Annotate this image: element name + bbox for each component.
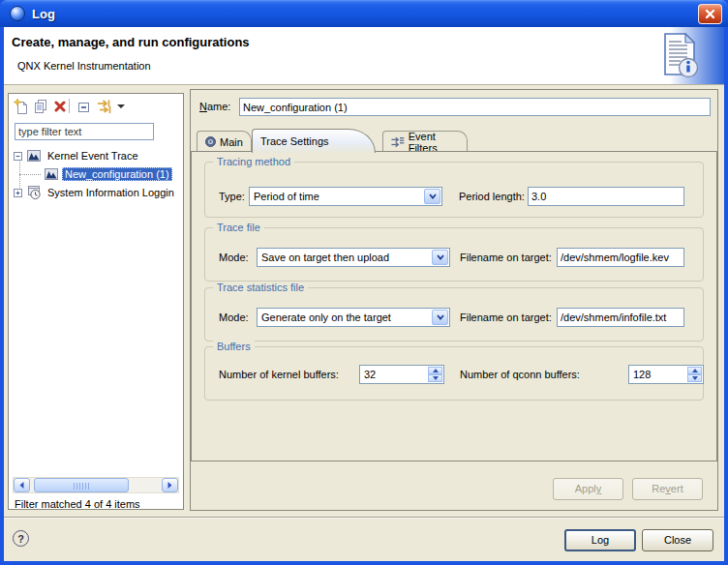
buffers-group: Buffers Number of kernel buffers: Number… <box>204 346 704 401</box>
tree-item-new-configuration[interactable]: New_configuration (1) <box>44 165 172 183</box>
close-window-button[interactable] <box>698 4 722 24</box>
event-filter-arrows-icon <box>391 135 405 148</box>
kernel-trace-icon <box>44 166 59 182</box>
app-orb-icon <box>10 6 25 21</box>
titlebar[interactable]: Log <box>0 0 728 27</box>
configuration-form-panel: Name: Main Trace Settings <box>190 89 718 511</box>
new-config-icon <box>14 99 29 114</box>
combo-dropdown-button[interactable] <box>432 310 448 325</box>
apply-button[interactable]: Apply <box>553 478 623 500</box>
spin-down-button[interactable] <box>687 374 702 382</box>
window-title: Log <box>32 7 55 21</box>
kernel-buffers-spinner[interactable] <box>359 365 444 384</box>
tree-horizontal-scrollbar[interactable] <box>13 477 179 493</box>
new-config-button[interactable] <box>13 98 30 115</box>
filter-configs-button[interactable] <box>96 98 113 115</box>
tab-main[interactable]: Main <box>197 131 252 152</box>
arrow-up-icon <box>692 369 698 372</box>
tree-item-system-information-logging[interactable]: System Information Loggin <box>14 184 177 201</box>
stats-mode-combo[interactable]: Generate only on the target <box>257 308 450 327</box>
qconn-buffers-label: Number of qconn buffers: <box>460 365 580 384</box>
tracing-method-group: Tracing method Type: Period of time Peri… <box>204 162 704 218</box>
spin-up-button[interactable] <box>687 367 702 374</box>
scroll-right-icon <box>167 481 173 490</box>
help-button[interactable]: ? <box>13 530 29 547</box>
tab-main-label: Main <box>220 136 243 148</box>
group-title: Trace file <box>213 222 264 234</box>
combo-dropdown-button[interactable] <box>432 250 448 265</box>
collapse-all-button[interactable] <box>75 98 92 115</box>
filter-dropdown-button[interactable] <box>115 98 127 115</box>
stats-filename-input[interactable] <box>557 308 684 327</box>
scroll-left-button[interactable] <box>14 478 30 492</box>
log-button[interactable]: Log <box>564 529 636 551</box>
spinner-buttons <box>428 367 442 382</box>
tree-item-label: System Information Loggin <box>45 186 177 199</box>
kernel-buffers-input[interactable] <box>360 366 427 383</box>
tracing-type-combo[interactable]: Period of time <box>249 187 442 206</box>
chevron-down-icon <box>437 254 444 260</box>
tab-folder: Main Trace Settings Event Filters <box>197 127 713 152</box>
expand-expander-icon[interactable] <box>14 189 22 197</box>
trace-statistics-group: Trace statistics file Mode: Generate onl… <box>204 287 704 342</box>
scroll-right-button[interactable] <box>162 478 178 492</box>
scrollbar-thumb[interactable] <box>34 478 129 492</box>
system-info-clock-icon <box>26 185 42 200</box>
revert-button[interactable]: Revert <box>632 478 703 500</box>
type-filter-input[interactable] <box>15 123 154 140</box>
delete-config-icon <box>53 100 67 113</box>
footer-separator <box>4 517 724 519</box>
tracing-type-value: Period of time <box>250 188 441 205</box>
close-dialog-button[interactable]: Close <box>642 529 713 551</box>
chevron-down-icon <box>429 193 437 199</box>
log-dialog: Log Create, manage, and run configuratio… <box>0 0 728 565</box>
name-label: Name: <box>199 101 230 112</box>
qconn-buffers-spinner[interactable] <box>628 365 704 384</box>
group-title: Trace statistics file <box>213 282 308 294</box>
arrow-up-icon <box>433 369 439 372</box>
group-title: Tracing method <box>213 156 294 168</box>
qconn-buffers-input[interactable] <box>629 366 686 383</box>
tab-trace-settings[interactable]: Trace Settings <box>252 129 376 153</box>
configurations-panel: Kernel Event Trace New_configuration (1) <box>8 93 184 510</box>
spinner-buttons <box>687 367 702 382</box>
trace-file-group: Trace file Mode: Save on target then upl… <box>204 227 704 282</box>
trace-file-mode-combo[interactable]: Save on target then upload <box>257 248 450 267</box>
toolbar-separator <box>69 99 70 113</box>
tree-item-label-selected: New_configuration (1) <box>62 167 172 181</box>
filter-configs-icon <box>97 99 113 114</box>
duplicate-config-button[interactable] <box>32 98 49 115</box>
trace-file-mode-value: Save on target then upload <box>258 249 449 266</box>
combo-dropdown-button[interactable] <box>424 189 440 204</box>
tree-item-label: Kernel Event Trace <box>45 149 141 163</box>
kernel-trace-icon <box>26 148 42 164</box>
period-length-input[interactable] <box>528 187 684 206</box>
kernel-buffers-label: Number of kernel buffers: <box>219 365 339 384</box>
spin-down-button[interactable] <box>428 374 442 382</box>
scroll-left-icon <box>18 481 25 490</box>
tree-connector <box>19 174 41 175</box>
spin-up-button[interactable] <box>428 367 442 374</box>
help-question-icon: ? <box>17 533 24 545</box>
filename-on-target-label: Filename on target: <box>460 308 552 327</box>
arrow-down-icon <box>692 376 698 380</box>
tree-item-kernel-event-trace[interactable]: Kernel Event Trace <box>14 147 141 164</box>
period-length-label: Period length: <box>459 187 525 206</box>
trace-filename-input[interactable] <box>557 248 684 267</box>
collapse-all-icon <box>76 100 91 114</box>
tab-trace-settings-label: Trace Settings <box>260 135 329 147</box>
banner-subtitle: QNX Kernel Instrumentation <box>17 60 151 72</box>
type-label: Type: <box>219 187 245 206</box>
dropdown-caret-icon <box>117 104 125 108</box>
stats-mode-value: Generate only on the target <box>258 309 449 326</box>
record-dot-icon <box>205 136 216 147</box>
filename-on-target-label: Filename on target: <box>460 248 552 267</box>
dialog-content: Create, manage, and run configurations Q… <box>4 27 724 561</box>
name-input[interactable] <box>239 98 711 116</box>
duplicate-config-icon <box>33 99 48 114</box>
collapse-expander-icon[interactable] <box>14 152 22 161</box>
tab-event-filters[interactable]: Event Filters <box>382 131 468 152</box>
delete-config-button[interactable] <box>51 98 69 115</box>
group-title: Buffers <box>213 341 255 353</box>
mode-label: Mode: <box>219 248 249 267</box>
